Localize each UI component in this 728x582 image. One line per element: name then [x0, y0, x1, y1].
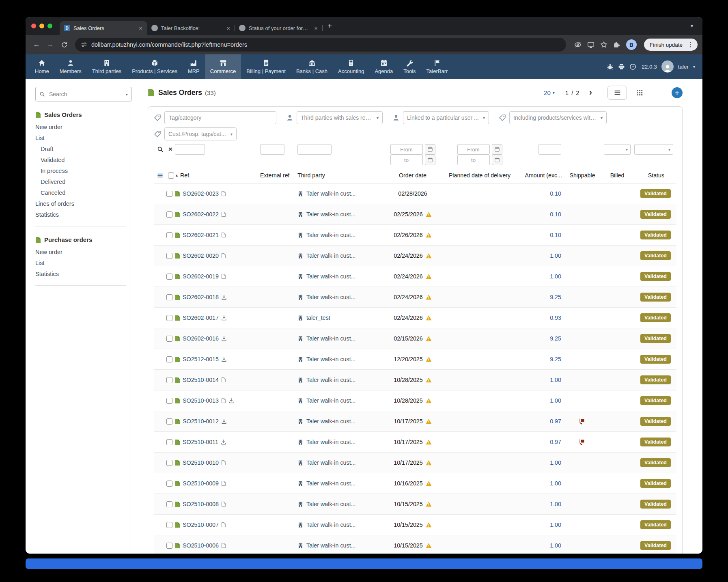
order-ref-link[interactable]: SO2602-0018	[183, 294, 219, 300]
row-checkbox[interactable]	[166, 543, 172, 549]
third-party-link[interactable]: Taler walk-in cust...	[306, 211, 356, 218]
topnav-item-tools[interactable]: Tools	[398, 54, 421, 79]
note-icon[interactable]	[221, 211, 226, 217]
sales-rep-select[interactable]: Third parties with sales rep ... ▾	[297, 111, 383, 124]
amount-link[interactable]: 1.00	[550, 501, 561, 507]
third-party-link[interactable]: Taler walk-in cust...	[306, 397, 356, 404]
order-ref-link[interactable]: SO2510-0014	[183, 377, 219, 383]
reload-button[interactable]	[58, 39, 70, 51]
sidebar-search[interactable]: ▾	[35, 87, 132, 101]
download-icon[interactable]	[221, 356, 227, 362]
third-party-link[interactable]: Taler walk-in cust...	[306, 542, 356, 549]
column-header[interactable]: Billed	[600, 172, 634, 179]
row-checkbox[interactable]	[166, 315, 172, 321]
delivery-date-from-input[interactable]	[457, 144, 490, 155]
order-ref-link[interactable]: SO2602-0017	[183, 315, 219, 321]
row-checkbox[interactable]	[166, 232, 172, 238]
note-icon[interactable]	[221, 543, 226, 548]
order-ref-link[interactable]: SO2510-0009	[183, 480, 219, 487]
row-checkbox[interactable]	[166, 253, 172, 259]
order-ref-link[interactable]: SO2510-0010	[183, 459, 219, 466]
topnav-item-products-services[interactable]: Products | Services	[127, 54, 183, 79]
row-checkbox[interactable]	[166, 274, 172, 280]
amount-link[interactable]: 9.25	[550, 335, 561, 342]
topnav-item-talerbarr[interactable]: TalerBarr	[421, 54, 453, 79]
column-header[interactable]: Order date	[383, 172, 443, 179]
third-party-link[interactable]: Taler walk-in cust...	[306, 459, 356, 466]
order-ref-link[interactable]: SO2602-0020	[183, 252, 219, 259]
third-party-link[interactable]: Taler walk-in cust...	[306, 190, 356, 197]
third-party-link[interactable]: Taler walk-in cust...	[306, 501, 356, 507]
amount-link[interactable]: 1.00	[550, 397, 561, 404]
amount-link[interactable]: 9.25	[550, 294, 561, 300]
minimize-window-button[interactable]	[39, 24, 44, 28]
note-icon[interactable]	[221, 501, 226, 507]
row-checkbox[interactable]	[166, 439, 172, 445]
amount-link[interactable]: 0.93	[550, 315, 561, 321]
tab-close-icon[interactable]: ×	[226, 25, 231, 32]
topnav-item-billing-payment[interactable]: Billing | Payment	[241, 54, 291, 79]
row-checkbox[interactable]	[166, 418, 172, 425]
sidebar-item-delivered[interactable]: Delivered	[35, 177, 126, 188]
amount-link[interactable]: 1.00	[550, 273, 561, 280]
new-tab-button[interactable]: +	[323, 22, 337, 30]
extensions-icon[interactable]	[613, 41, 620, 48]
row-checkbox[interactable]	[166, 522, 172, 528]
topnav-item-banks-cash[interactable]: Banks | Cash	[291, 54, 333, 79]
row-checkbox[interactable]	[166, 398, 172, 404]
third-party-link[interactable]: Taler walk-in cust...	[306, 439, 356, 445]
products-select[interactable]: Including products/services with... ▾	[509, 111, 607, 124]
browser-tab[interactable]: Taler Backoffice:×	[147, 21, 235, 35]
site-settings-icon[interactable]	[81, 41, 87, 48]
delivery-date-to-input[interactable]	[457, 155, 490, 165]
column-header[interactable]: ▲Ref.	[175, 172, 260, 179]
cust-tags-select[interactable]: Cust./Prosp. tags/cat... ▾	[164, 127, 237, 140]
third-party-link[interactable]: Taler walk-in cust...	[306, 522, 356, 528]
close-window-button[interactable]	[31, 24, 36, 28]
amount-link[interactable]: 1.00	[550, 252, 561, 259]
column-header[interactable]: Status	[634, 172, 676, 179]
sidebar-item-statistics[interactable]: Statistics	[35, 209, 126, 220]
amount-link[interactable]: 1.00	[550, 459, 561, 466]
sidebar-item-validated[interactable]: Validated	[35, 155, 126, 166]
topnav-item-accounting[interactable]: Accounting	[333, 54, 369, 79]
note-icon[interactable]	[221, 274, 226, 279]
profile-avatar[interactable]: B	[626, 39, 637, 50]
column-header[interactable]: Planned date of delivery	[443, 172, 517, 179]
download-icon[interactable]	[221, 294, 227, 300]
help-icon[interactable]: ?	[629, 63, 636, 70]
create-order-button[interactable]: +	[672, 87, 683, 98]
row-checkbox[interactable]	[166, 336, 172, 342]
sidebar-item-list[interactable]: List	[35, 133, 126, 144]
ref-filter-input[interactable]	[175, 144, 205, 155]
order-ref-link[interactable]: SO2602-0023	[183, 190, 219, 197]
third-party-link[interactable]: Taler walk-in cust...	[306, 356, 356, 362]
topnav-item-home[interactable]: Home	[30, 54, 54, 79]
column-header[interactable]: Shippable	[564, 172, 600, 179]
topnav-item-mrp[interactable]: MRP	[183, 54, 205, 79]
amount-link[interactable]: 0.10	[550, 190, 561, 197]
finish-update-button[interactable]: Finish update ⋮	[644, 39, 698, 51]
note-icon[interactable]	[221, 481, 226, 486]
sidebar-item-list[interactable]: List	[35, 258, 126, 269]
columns-selector-icon[interactable]	[157, 172, 163, 179]
status-filter-select[interactable]: ▾	[634, 144, 673, 155]
sidebar-item-draft[interactable]: Draft	[35, 144, 126, 155]
search-submit-icon[interactable]	[157, 146, 164, 153]
note-icon[interactable]	[221, 253, 226, 259]
amount-link[interactable]: 1.00	[550, 522, 561, 528]
order-ref-link[interactable]: SO2510-0013	[183, 397, 219, 404]
back-button[interactable]: ←	[30, 39, 43, 51]
column-header[interactable]: Third party	[297, 172, 383, 179]
user-avatar[interactable]	[661, 60, 674, 73]
download-icon[interactable]	[221, 315, 227, 321]
amount-link[interactable]: 9.25	[550, 356, 561, 362]
note-icon[interactable]	[221, 232, 226, 238]
url-bar[interactable]: dolibarr.potuzhnyi.com/commande/list.php…	[75, 38, 566, 52]
sidebar-item-in-process[interactable]: In process	[35, 166, 126, 177]
external-ref-filter-input[interactable]	[260, 144, 284, 155]
bug-icon[interactable]	[607, 63, 614, 70]
amount-link[interactable]: 0.10	[550, 211, 561, 218]
row-checkbox[interactable]	[166, 191, 172, 197]
bookmark-star-icon[interactable]	[600, 41, 607, 48]
